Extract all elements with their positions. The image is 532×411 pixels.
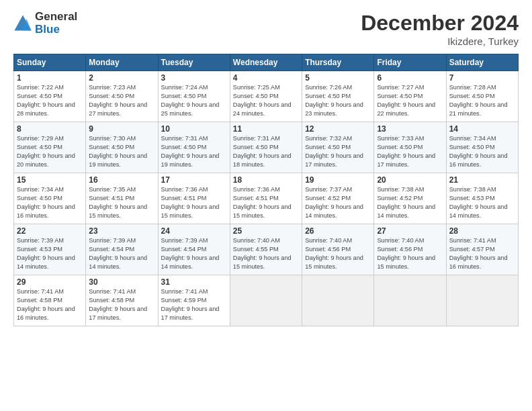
day-info: Sunrise: 7:27 AMSunset: 4:50 PMDaylight:…: [377, 83, 443, 118]
calendar-table: Sunday Monday Tuesday Wednesday Thursday…: [13, 54, 519, 326]
col-tuesday: Tuesday: [158, 54, 230, 71]
page-container: General Blue December 2024 Ikizdere, Tur…: [0, 0, 532, 333]
day-info: Sunrise: 7:26 AMSunset: 4:50 PMDaylight:…: [305, 83, 371, 118]
day-info: Sunrise: 7:34 AMSunset: 4:50 PMDaylight:…: [17, 185, 83, 220]
table-row: 14Sunrise: 7:34 AMSunset: 4:50 PMDayligh…: [446, 122, 518, 173]
table-row: 11Sunrise: 7:31 AMSunset: 4:50 PMDayligh…: [230, 122, 302, 173]
day-info: Sunrise: 7:41 AMSunset: 4:59 PMDaylight:…: [161, 287, 227, 322]
table-row: 4Sunrise: 7:25 AMSunset: 4:50 PMDaylight…: [230, 71, 302, 122]
table-row: 12Sunrise: 7:32 AMSunset: 4:50 PMDayligh…: [302, 122, 374, 173]
day-info: Sunrise: 7:34 AMSunset: 4:50 PMDaylight:…: [449, 134, 515, 169]
logo: General Blue: [13, 11, 77, 36]
table-row: 15Sunrise: 7:34 AMSunset: 4:50 PMDayligh…: [14, 173, 86, 224]
day-number: 27: [377, 226, 443, 236]
day-number: 28: [449, 226, 515, 236]
table-row: 22Sunrise: 7:39 AMSunset: 4:53 PMDayligh…: [14, 224, 86, 275]
day-number: 13: [377, 124, 443, 134]
day-number: 1: [17, 73, 83, 83]
calendar-week-row: 8Sunrise: 7:29 AMSunset: 4:50 PMDaylight…: [14, 122, 519, 173]
table-row: 26Sunrise: 7:40 AMSunset: 4:56 PMDayligh…: [302, 224, 374, 275]
day-number: 19: [305, 175, 371, 185]
day-info: Sunrise: 7:25 AMSunset: 4:50 PMDaylight:…: [233, 83, 299, 118]
table-row: 25Sunrise: 7:40 AMSunset: 4:55 PMDayligh…: [230, 224, 302, 275]
day-info: Sunrise: 7:31 AMSunset: 4:50 PMDaylight:…: [233, 134, 299, 169]
day-info: Sunrise: 7:41 AMSunset: 4:58 PMDaylight:…: [89, 287, 154, 322]
day-number: 2: [89, 73, 154, 83]
calendar-week-row: 1Sunrise: 7:22 AMSunset: 4:50 PMDaylight…: [14, 71, 519, 122]
day-number: 6: [377, 73, 443, 83]
day-info: Sunrise: 7:38 AMSunset: 4:53 PMDaylight:…: [449, 185, 515, 220]
day-number: 14: [449, 124, 515, 134]
table-row: 1Sunrise: 7:22 AMSunset: 4:50 PMDaylight…: [14, 71, 86, 122]
day-number: 24: [161, 226, 227, 236]
day-info: Sunrise: 7:23 AMSunset: 4:50 PMDaylight:…: [89, 83, 154, 118]
day-info: Sunrise: 7:37 AMSunset: 4:52 PMDaylight:…: [305, 185, 371, 220]
table-row: 9Sunrise: 7:30 AMSunset: 4:50 PMDaylight…: [86, 122, 158, 173]
calendar-week-row: 15Sunrise: 7:34 AMSunset: 4:50 PMDayligh…: [14, 173, 519, 224]
table-row: 2Sunrise: 7:23 AMSunset: 4:50 PMDaylight…: [86, 71, 158, 122]
table-row: 20Sunrise: 7:38 AMSunset: 4:52 PMDayligh…: [374, 173, 446, 224]
day-info: Sunrise: 7:24 AMSunset: 4:50 PMDaylight:…: [161, 83, 227, 118]
day-info: Sunrise: 7:36 AMSunset: 4:51 PMDaylight:…: [233, 185, 299, 220]
table-row: 23Sunrise: 7:39 AMSunset: 4:54 PMDayligh…: [86, 224, 158, 275]
table-row: 7Sunrise: 7:28 AMSunset: 4:50 PMDaylight…: [446, 71, 518, 122]
calendar-week-row: 29Sunrise: 7:41 AMSunset: 4:58 PMDayligh…: [14, 275, 519, 326]
table-row: 17Sunrise: 7:36 AMSunset: 4:51 PMDayligh…: [158, 173, 230, 224]
day-info: Sunrise: 7:40 AMSunset: 4:56 PMDaylight:…: [305, 236, 371, 271]
day-number: 31: [161, 277, 227, 287]
col-wednesday: Wednesday: [230, 54, 302, 71]
logo-general-text: General: [35, 11, 77, 24]
day-info: Sunrise: 7:38 AMSunset: 4:52 PMDaylight:…: [377, 185, 443, 220]
day-number: 26: [305, 226, 371, 236]
col-saturday: Saturday: [446, 54, 518, 71]
day-info: Sunrise: 7:22 AMSunset: 4:50 PMDaylight:…: [17, 83, 83, 118]
table-row: 13Sunrise: 7:33 AMSunset: 4:50 PMDayligh…: [374, 122, 446, 173]
day-number: 12: [305, 124, 371, 134]
day-number: 22: [17, 226, 83, 236]
table-row: 5Sunrise: 7:26 AMSunset: 4:50 PMDaylight…: [302, 71, 374, 122]
day-number: 5: [305, 73, 371, 83]
day-info: Sunrise: 7:36 AMSunset: 4:51 PMDaylight:…: [161, 185, 227, 220]
logo-icon: [13, 14, 32, 33]
table-row: 27Sunrise: 7:40 AMSunset: 4:56 PMDayligh…: [374, 224, 446, 275]
table-row: 8Sunrise: 7:29 AMSunset: 4:50 PMDaylight…: [14, 122, 86, 173]
day-number: 3: [161, 73, 227, 83]
day-number: 25: [233, 226, 299, 236]
col-friday: Friday: [374, 54, 446, 71]
table-row: [230, 275, 302, 326]
day-info: Sunrise: 7:29 AMSunset: 4:50 PMDaylight:…: [17, 134, 83, 169]
day-number: 21: [449, 175, 515, 185]
day-number: 7: [449, 73, 515, 83]
logo-blue-text: Blue: [35, 24, 77, 36]
table-row: 6Sunrise: 7:27 AMSunset: 4:50 PMDaylight…: [374, 71, 446, 122]
calendar-body: 1Sunrise: 7:22 AMSunset: 4:50 PMDaylight…: [14, 71, 519, 326]
day-number: 29: [17, 277, 83, 287]
location-title: Ikizdere, Turkey: [361, 36, 519, 47]
day-number: 18: [233, 175, 299, 185]
day-info: Sunrise: 7:33 AMSunset: 4:50 PMDaylight:…: [377, 134, 443, 169]
table-row: [302, 275, 374, 326]
table-row: 3Sunrise: 7:24 AMSunset: 4:50 PMDaylight…: [158, 71, 230, 122]
table-row: 29Sunrise: 7:41 AMSunset: 4:58 PMDayligh…: [14, 275, 86, 326]
day-info: Sunrise: 7:28 AMSunset: 4:50 PMDaylight:…: [449, 83, 515, 118]
day-number: 23: [89, 226, 154, 236]
day-number: 16: [89, 175, 154, 185]
day-info: Sunrise: 7:32 AMSunset: 4:50 PMDaylight:…: [305, 134, 371, 169]
table-row: 31Sunrise: 7:41 AMSunset: 4:59 PMDayligh…: [158, 275, 230, 326]
calendar-header-row: Sunday Monday Tuesday Wednesday Thursday…: [14, 54, 519, 71]
day-info: Sunrise: 7:39 AMSunset: 4:54 PMDaylight:…: [89, 236, 154, 271]
col-monday: Monday: [86, 54, 158, 71]
table-row: 18Sunrise: 7:36 AMSunset: 4:51 PMDayligh…: [230, 173, 302, 224]
day-number: 30: [89, 277, 154, 287]
day-info: Sunrise: 7:35 AMSunset: 4:51 PMDaylight:…: [89, 185, 154, 220]
table-row: 28Sunrise: 7:41 AMSunset: 4:57 PMDayligh…: [446, 224, 518, 275]
day-info: Sunrise: 7:40 AMSunset: 4:55 PMDaylight:…: [233, 236, 299, 271]
day-number: 15: [17, 175, 83, 185]
day-info: Sunrise: 7:40 AMSunset: 4:56 PMDaylight:…: [377, 236, 443, 271]
table-row: 24Sunrise: 7:39 AMSunset: 4:54 PMDayligh…: [158, 224, 230, 275]
table-row: 10Sunrise: 7:31 AMSunset: 4:50 PMDayligh…: [158, 122, 230, 173]
day-info: Sunrise: 7:41 AMSunset: 4:57 PMDaylight:…: [449, 236, 515, 271]
day-info: Sunrise: 7:31 AMSunset: 4:50 PMDaylight:…: [161, 134, 227, 169]
day-number: 10: [161, 124, 227, 134]
day-number: 4: [233, 73, 299, 83]
